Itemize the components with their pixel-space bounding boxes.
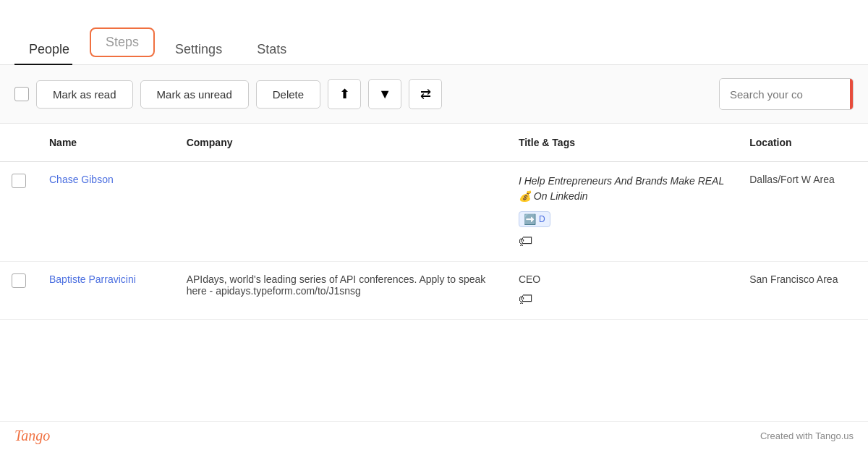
- row-1-location-cell: Dallas/Fort W Area: [738, 162, 868, 262]
- export-icon: ⬆: [339, 86, 350, 102]
- col-header-company: Company: [175, 124, 507, 162]
- select-all-checkbox[interactable]: [14, 87, 29, 101]
- row-1-name-cell: Chase Gibson: [38, 162, 175, 262]
- row-1-checkbox[interactable]: [12, 174, 26, 188]
- bookmark-icon-1: 🏷: [519, 233, 726, 250]
- search-border: [850, 79, 853, 109]
- shuffle-icon: ⇄: [420, 86, 431, 102]
- shuffle-button[interactable]: ⇄: [409, 79, 442, 109]
- tag-label-d: D: [539, 214, 545, 224]
- col-header-location: Location: [738, 124, 868, 162]
- tag-arrow-icon: ➡️: [524, 213, 536, 225]
- row-2-checkbox[interactable]: [12, 273, 26, 288]
- tab-bar: People Steps Settings Stats: [0, 0, 868, 65]
- row-checkbox-cell: [0, 262, 38, 320]
- row-2-title: CEO: [519, 273, 726, 285]
- mark-as-unread-button[interactable]: Mark as unread: [140, 80, 249, 109]
- search-container[interactable]: [719, 78, 854, 110]
- row-2-title-cell: CEO 🏷: [507, 262, 738, 320]
- table-header-row: Name Company Title & Tags Location: [0, 124, 868, 162]
- row-2-company-cell: APIdays, world's leading series of API c…: [175, 262, 507, 320]
- mark-as-read-button[interactable]: Mark as read: [36, 80, 133, 109]
- tag-badge-d[interactable]: ➡️ D: [519, 211, 550, 227]
- row-2-location-cell: San Francisco Area: [738, 262, 868, 320]
- search-input[interactable]: [720, 81, 850, 108]
- table-row: Baptiste Parravicini APIdays, world's le…: [0, 262, 868, 320]
- footer: Tango Created with Tango.us: [0, 421, 868, 450]
- col-header-checkbox: [0, 124, 38, 162]
- row-1-title-cell: I Help Entrepreneurs And Brands Make REA…: [507, 162, 738, 262]
- delete-button[interactable]: Delete: [256, 80, 320, 109]
- tab-steps[interactable]: Steps: [90, 27, 155, 57]
- person-name-chase[interactable]: Chase Gibson: [49, 174, 114, 185]
- tab-settings[interactable]: Settings: [161, 35, 237, 64]
- filter-icon: ▼: [378, 87, 391, 102]
- row-1-company-cell: [175, 162, 507, 262]
- tab-stats[interactable]: Stats: [242, 35, 301, 64]
- filter-button[interactable]: ▼: [368, 79, 401, 109]
- person-name-baptiste[interactable]: Baptiste Parravicini: [49, 273, 136, 285]
- tab-people[interactable]: People: [14, 35, 84, 64]
- col-header-title-tags: Title & Tags: [507, 124, 738, 162]
- toolbar: Mark as read Mark as unread Delete ⬆ ▼ ⇄: [0, 65, 868, 124]
- table-row: Chase Gibson I Help Entrepreneurs And Br…: [0, 162, 868, 262]
- tango-logo: Tango: [14, 428, 50, 444]
- bookmark-icon-2: 🏷: [519, 291, 726, 307]
- row-2-name-cell: Baptiste Parravicini: [38, 262, 175, 320]
- col-header-name: Name: [38, 124, 175, 162]
- row-checkbox-cell: [0, 162, 38, 262]
- row-1-title: I Help Entrepreneurs And Brands Make REA…: [519, 174, 726, 204]
- people-table: Name Company Title & Tags Location Chase…: [0, 124, 868, 320]
- export-button[interactable]: ⬆: [328, 79, 361, 109]
- footer-credit: Created with Tango.us: [760, 430, 854, 441]
